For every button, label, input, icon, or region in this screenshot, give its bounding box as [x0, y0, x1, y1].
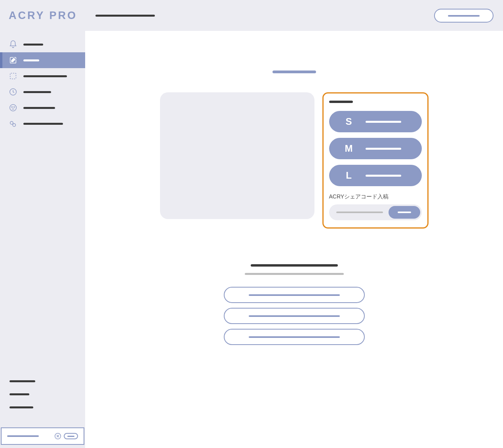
nav-item-account[interactable] — [0, 100, 85, 116]
size-button-l[interactable]: L — [329, 165, 422, 186]
header-breadcrumb — [95, 15, 155, 17]
sidebar — [0, 31, 85, 448]
panel-title — [329, 101, 353, 103]
svg-point-6 — [10, 122, 13, 124]
size-letter: M — [344, 143, 354, 154]
nav-item-share[interactable] — [0, 116, 85, 132]
share-code-submit-button[interactable] — [389, 206, 420, 219]
sidebar-link[interactable] — [10, 406, 33, 408]
nav-label — [23, 59, 39, 61]
section-title — [251, 264, 338, 267]
nav-item-history[interactable] — [0, 84, 85, 100]
edit-icon — [9, 56, 17, 65]
nav-list — [0, 31, 85, 132]
bell-icon — [9, 40, 17, 49]
clock-icon — [9, 88, 17, 96]
footer-label — [7, 435, 39, 437]
section-subtitle — [245, 273, 344, 275]
option-button-1[interactable] — [224, 287, 365, 303]
size-desc — [366, 148, 401, 150]
app-header: ACRY PRO — [0, 0, 503, 31]
sidebar-link[interactable] — [10, 380, 35, 382]
svg-point-4 — [11, 107, 12, 107]
nav-item-notifications[interactable] — [0, 36, 85, 52]
nav-label — [23, 44, 43, 46]
share-code-label: ACRYシェアコード入稿 — [329, 193, 422, 200]
size-letter: L — [344, 170, 354, 181]
share-code-row — [329, 204, 422, 220]
logo: ACRY PRO — [9, 10, 77, 22]
nav-label — [23, 123, 63, 125]
svg-point-7 — [13, 124, 15, 126]
footer-pill-button[interactable] — [64, 433, 78, 439]
nav-item-templates[interactable] — [0, 68, 85, 84]
main-content: S M L ACRYシェアコード入稿 — [85, 31, 503, 448]
svg-point-5 — [14, 107, 15, 107]
svg-point-3 — [10, 105, 17, 111]
settings-gear-icon[interactable] — [53, 432, 62, 440]
sidebar-bottom-links — [0, 380, 85, 427]
size-button-m[interactable]: M — [329, 138, 422, 159]
option-button-3[interactable] — [224, 329, 365, 345]
size-desc — [366, 121, 401, 123]
size-letter: S — [344, 116, 354, 127]
link-icon — [9, 119, 17, 128]
nav-item-create[interactable] — [0, 52, 85, 68]
size-button-s[interactable]: S — [329, 111, 422, 132]
nav-label — [23, 75, 67, 77]
option-button-2[interactable] — [224, 308, 365, 324]
size-desc — [366, 175, 401, 177]
options-section — [85, 264, 503, 345]
sidebar-footer — [1, 427, 84, 445]
page-title — [272, 71, 316, 73]
size-selection-panel: S M L ACRYシェアコード入稿 — [322, 92, 429, 229]
dashed-square-icon — [9, 72, 17, 80]
sidebar-link[interactable] — [10, 393, 29, 395]
nav-label — [23, 107, 55, 109]
svg-rect-1 — [10, 73, 16, 79]
nav-label — [23, 91, 51, 93]
share-code-input[interactable] — [336, 212, 383, 213]
header-action-button[interactable] — [434, 9, 493, 23]
preview-canvas[interactable] — [160, 92, 314, 219]
face-icon — [9, 103, 17, 112]
